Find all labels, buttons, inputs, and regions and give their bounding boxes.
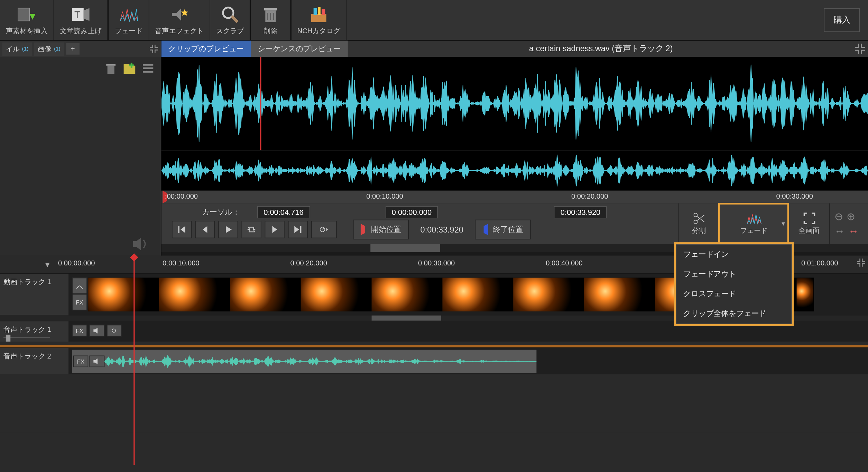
expand-icon[interactable] (854, 43, 866, 55)
fade-dd-label: フェード (740, 226, 768, 236)
video-thumb (442, 278, 513, 311)
svg-rect-17 (322, 9, 325, 15)
fade-dropdown-button[interactable]: フェード ▼ フェードイン フェードアウト クロスフェード クリップ全体をフェー… (719, 203, 788, 244)
set-out-button[interactable]: 終了位置 (475, 220, 530, 239)
tab-clip-preview[interactable]: クリップのプレビュー (161, 41, 251, 57)
svg-rect-19 (106, 64, 116, 66)
split-button[interactable]: 分割 (678, 203, 719, 244)
menu-fade-in[interactable]: フェードイン (676, 245, 791, 264)
tts-button[interactable]: T 文章読み上げ (54, 0, 109, 40)
go-end-button[interactable] (288, 221, 308, 238)
buy-button[interactable]: 購入 (824, 8, 860, 32)
fx-chip[interactable]: FX (73, 356, 89, 367)
list-view-icon[interactable] (141, 62, 155, 75)
chevron-down-icon: ▼ (781, 220, 786, 227)
timeline-playhead[interactable] (133, 256, 135, 465)
speaker-chip-icon[interactable] (90, 356, 105, 367)
menu-fade-whole[interactable]: クリップ全体をフェード (676, 304, 791, 324)
step-back-button[interactable] (195, 221, 215, 238)
menu-crossfade[interactable]: クロスフェード (676, 284, 791, 304)
volume-slider[interactable] (3, 337, 50, 338)
fullscreen-button[interactable]: 全画面 (788, 203, 829, 244)
waveform-overview[interactable] (161, 150, 868, 191)
svg-line-8 (232, 16, 238, 22)
svg-marker-27 (133, 238, 141, 251)
audio-fx-button[interactable]: 音声エフェクト (149, 0, 210, 40)
svg-rect-26 (143, 71, 153, 73)
fade-label: フェード (115, 26, 143, 36)
fade-icon (118, 4, 139, 25)
menu-fade-out[interactable]: フェードアウト (676, 264, 791, 284)
set-in-label: 開始位置 (371, 224, 401, 235)
cursor-time[interactable]: 0:00:04.716 (257, 206, 310, 218)
svg-rect-0 (18, 8, 30, 21)
trash-icon[interactable] (104, 62, 118, 75)
tab-sequence-preview[interactable]: シーケンスのプレビュー (251, 41, 348, 57)
bin-tab-image[interactable]: 画像(1) (34, 42, 64, 56)
cursor-label: カーソル： (202, 207, 240, 217)
loop-button[interactable] (241, 221, 261, 238)
scissors-icon (692, 212, 705, 225)
expand-icon[interactable] (857, 258, 866, 267)
go-start-button[interactable] (172, 221, 192, 238)
svg-line-42 (696, 216, 704, 222)
audio-clip[interactable]: FX (72, 350, 536, 373)
svg-marker-31 (226, 226, 232, 233)
audio-insert-icon (16, 4, 37, 25)
set-out-label: 終了位置 (493, 224, 523, 235)
fade-icon (746, 212, 762, 225)
svg-marker-32 (253, 228, 256, 231)
speed-button[interactable] (311, 221, 337, 238)
playhead-marker[interactable] (260, 57, 261, 150)
delete-button[interactable]: 削除 (251, 0, 292, 40)
set-in-button[interactable]: 開始位置 (353, 220, 409, 239)
expand-icon[interactable] (149, 44, 159, 54)
arrows-h-red-icon[interactable]: ↔ (848, 225, 859, 237)
fade-button[interactable]: フェード (109, 0, 149, 40)
nch-catalog-button[interactable]: NCHカタログ (292, 0, 347, 40)
waveform-main[interactable] (161, 57, 868, 150)
video-track-label: 動画トラック 1 (3, 277, 65, 287)
video-thumb (372, 278, 443, 311)
delete-label: 削除 (264, 26, 277, 36)
svg-rect-36 (300, 226, 301, 233)
fx-chip[interactable]: FX (72, 325, 87, 337)
video-thumb (301, 278, 372, 311)
bin-tab-image-count: (1) (54, 46, 60, 52)
step-fwd-button[interactable] (265, 221, 285, 238)
main-toolbar: 声素材を挿入 T 文章読み上げ フェード 音声エフェクト スクラブ (0, 0, 868, 41)
speaker-chip-icon[interactable] (90, 325, 105, 337)
svg-line-38 (322, 228, 323, 229)
arrows-h-icon[interactable]: ↔ (834, 225, 845, 237)
svg-marker-39 (326, 228, 328, 231)
add-folder-icon[interactable] (122, 62, 136, 75)
end-time[interactable]: 0:00:33.920 (554, 206, 607, 218)
tlr-t20: 0:00:20.000 (290, 259, 327, 267)
audio-track1-lane[interactable]: FX (68, 321, 868, 342)
clip-curve-icon[interactable] (72, 278, 87, 294)
fullscreen-label: 全画面 (798, 226, 819, 236)
bin-tab-add[interactable]: + (66, 43, 80, 55)
tts-label: 文章読み上げ (60, 26, 102, 36)
play-button[interactable] (218, 221, 238, 238)
insert-audio-button[interactable]: 声素材を挿入 (0, 0, 54, 40)
tlr-t0: 0:00:00.000 (58, 259, 95, 267)
svg-rect-14 (311, 14, 326, 22)
clip-fx-chip[interactable]: FX (72, 294, 87, 310)
timeline-menu-button[interactable]: ▼ (0, 260, 58, 269)
audio-track2-label: 音声トラック 2 (3, 352, 65, 362)
scrub-label: スクラブ (216, 26, 244, 36)
bin-tab-file[interactable]: イル(1) (2, 42, 32, 56)
transport-controls (172, 221, 337, 238)
preview-time-ruler[interactable]: :00:00.000 0:00:10.000 0:00:20.000 0:00:… (161, 191, 868, 203)
playback-controls: カーソル： 0:00:04.716 0:00:00.000 0:00:33.92… (161, 203, 868, 244)
scrub-button[interactable]: スクラブ (210, 0, 251, 40)
link-chip-icon[interactable] (107, 325, 122, 337)
video-thumb (230, 278, 301, 311)
trash-icon (260, 4, 281, 25)
svg-point-37 (320, 227, 325, 232)
audio-track2-lane[interactable]: FX (68, 348, 868, 374)
video-thumb (159, 278, 230, 311)
mute-icon[interactable] (0, 233, 161, 256)
start-time[interactable]: 0:00:00.000 (385, 206, 438, 218)
